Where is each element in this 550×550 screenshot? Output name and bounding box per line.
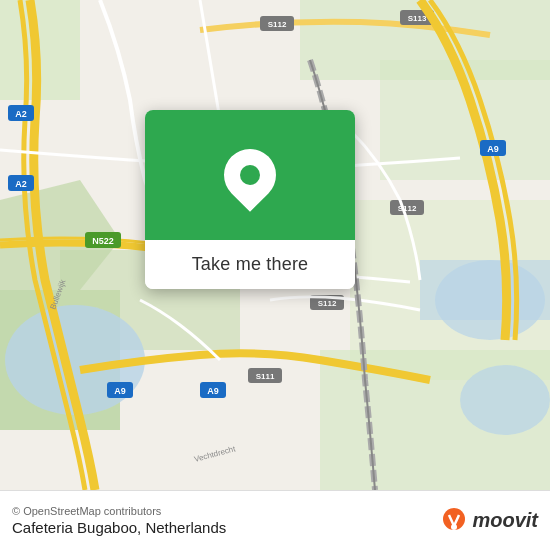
location-pin-inner [240,165,260,185]
svg-text:A9: A9 [114,386,126,396]
svg-text:A9: A9 [487,144,499,154]
svg-text:A2: A2 [15,109,27,119]
moovit-text: moovit [472,509,538,532]
svg-text:S113: S113 [408,14,427,23]
svg-text:S111: S111 [256,372,275,381]
svg-text:S112: S112 [268,20,287,29]
bottom-bar: © OpenStreetMap contributors Cafeteria B… [0,490,550,550]
svg-point-38 [451,524,457,530]
popup-green-area [145,110,355,240]
svg-text:N522: N522 [92,236,114,246]
moovit-logo[interactable]: moovit [440,507,538,535]
take-me-there-button[interactable]: Take me there [192,254,309,275]
copyright-text: © OpenStreetMap contributors [12,505,226,517]
svg-text:S112: S112 [318,299,337,308]
map-container: A2 A2 N522 S112 S113 A9 S112 A9 A9 [0,0,550,490]
popup-button-area: Take me there [145,240,355,289]
svg-point-11 [460,365,550,435]
svg-rect-12 [420,260,550,320]
svg-text:A2: A2 [15,179,27,189]
moovit-icon [440,507,468,535]
bottom-left-info: © OpenStreetMap contributors Cafeteria B… [12,505,226,536]
place-name: Cafeteria Bugaboo, Netherlands [12,519,226,536]
location-pin-icon [213,138,287,212]
popup-card: Take me there [145,110,355,289]
svg-text:A9: A9 [207,386,219,396]
